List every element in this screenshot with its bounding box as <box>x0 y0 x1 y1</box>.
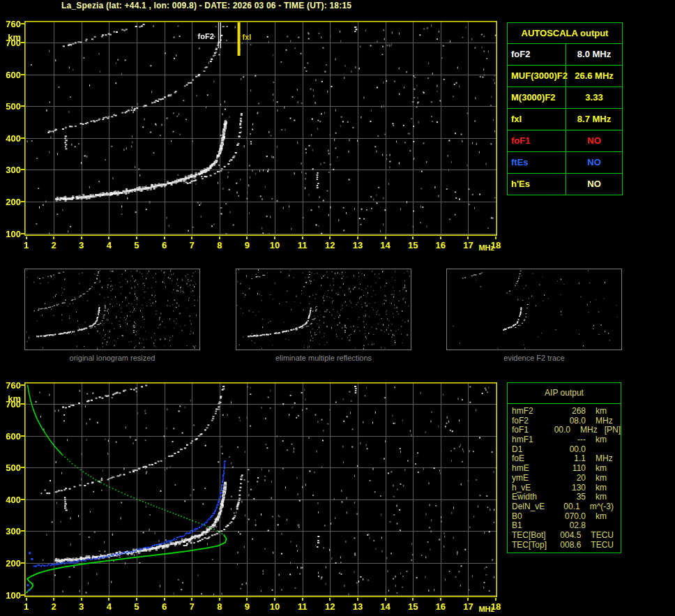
x-axis-unit-label: MHz <box>478 605 494 613</box>
x-tick-label: 6 <box>156 240 173 250</box>
aip-param: D1 <box>512 445 558 455</box>
autoscala-value: NO <box>566 152 622 173</box>
aip-value: --- <box>558 435 586 445</box>
aip-param: foE <box>512 454 558 464</box>
aip-note <box>607 407 614 416</box>
x-tick-label: 10 <box>266 601 283 612</box>
aip-row: hmF2268km <box>512 407 621 416</box>
x-tick-mark <box>81 598 82 601</box>
thumbnail-caption-evidence: evidence F2 trace <box>446 354 622 362</box>
autoscala-value: 8.7 MHz <box>566 109 622 130</box>
x-tick-mark <box>467 598 469 601</box>
aip-param: foF1 <box>512 426 548 435</box>
x-tick-mark <box>274 598 275 601</box>
x-tick-mark <box>164 236 165 239</box>
x-tick-label: 10 <box>266 240 283 250</box>
aip-row: B102.8 <box>512 521 621 531</box>
aip-unit: km <box>586 474 607 483</box>
x-tick-mark <box>219 236 220 239</box>
x-tick-mark <box>108 598 109 601</box>
x-tick-label: 5 <box>128 240 145 250</box>
x-tick-label: 7 <box>183 240 200 250</box>
x-tick-label: 14 <box>377 240 394 250</box>
aip-note <box>607 483 614 493</box>
y-tick-label: 500 <box>1 463 21 473</box>
x-tick-mark <box>329 236 331 239</box>
x-tick-label: 16 <box>432 240 449 250</box>
aip-param: hmF1 <box>512 435 558 445</box>
y-tick-mark <box>21 562 24 564</box>
aip-note <box>614 502 621 512</box>
aip-param: foF2 <box>512 416 558 426</box>
autoscala-header: AUTOSCALA output <box>508 23 622 44</box>
aip-unit: km <box>586 435 607 445</box>
x-tick-mark <box>81 236 82 239</box>
aip-param: Ewidth <box>512 493 558 502</box>
x-tick-mark <box>302 598 303 601</box>
thumbnail-caption-eliminate: eliminate multiple reflections <box>236 354 411 362</box>
y-tick-mark <box>21 403 24 405</box>
autoscala-row-ftes: ftEs NO <box>508 152 622 174</box>
y-tick-label: 200 <box>1 197 21 207</box>
aip-value: 008.6 <box>555 541 581 550</box>
aip-value: 070.0 <box>558 512 586 522</box>
aip-value: 00.1 <box>554 502 580 512</box>
aip-value: 02.8 <box>558 521 586 531</box>
aip-value: 00.0 <box>548 426 570 435</box>
aip-param: TEC[Top] <box>512 541 555 550</box>
x-tick-label: 13 <box>349 601 366 612</box>
x-tick-mark <box>440 236 441 239</box>
aip-param: TEC[Bot] <box>512 531 555 541</box>
aip-note <box>596 521 602 531</box>
aip-param: DelN_vE <box>512 502 554 512</box>
autoscala-row-m3000f2: M(3000)F2 3.33 <box>508 87 622 109</box>
x-tick-label: 9 <box>238 601 255 612</box>
aip-row: hmF1---km <box>512 435 621 445</box>
x-tick-label: 16 <box>432 601 449 612</box>
x-tick-mark <box>136 598 137 601</box>
autoscala-output-panel: AUTOSCALA output foF2 8.0 MHz MUF(3000)F… <box>507 22 623 195</box>
x-tick-mark <box>440 598 441 601</box>
aip-row: B0070.0km <box>512 512 621 522</box>
aip-unit: km <box>586 512 607 522</box>
aip-row: Ewidth35km <box>512 493 621 502</box>
x-tick-mark <box>357 598 358 601</box>
y-tick-mark <box>21 384 24 386</box>
autoscala-value: 26.6 MHz <box>566 66 622 87</box>
x-tick-label: 11 <box>294 240 311 250</box>
aip-param: B1 <box>512 521 558 531</box>
y-tick-label: 600 <box>1 431 21 442</box>
aip-row: foE1.1MHz <box>512 454 621 464</box>
x-tick-label: 2 <box>45 240 62 250</box>
aip-row: TEC[Bot]004.5TECU <box>512 531 621 541</box>
aip-param: B0 <box>512 512 558 522</box>
x-tick-mark <box>26 598 27 601</box>
aip-row: hmE110km <box>512 464 621 474</box>
x-tick-mark <box>495 598 496 601</box>
thumbnail-evidence-f2-trace <box>446 269 622 350</box>
aip-unit <box>586 445 596 455</box>
x-tick-mark <box>246 236 248 239</box>
x-tick-label: 15 <box>404 240 421 250</box>
aip-value: 1.1 <box>558 454 586 464</box>
x-tick-mark <box>26 236 27 239</box>
aip-note <box>614 541 621 550</box>
aip-note <box>613 416 620 426</box>
aip-row: ymE20km <box>512 474 621 483</box>
aip-unit: TECU <box>581 541 614 550</box>
aip-unit: MHz <box>586 416 613 426</box>
y-tick-mark <box>21 23 24 24</box>
aip-note <box>613 454 620 464</box>
x-tick-label: 14 <box>377 601 394 612</box>
aip-row: h_vE130km <box>512 483 621 493</box>
autoscala-row-fof1: foF1 NO <box>508 130 622 152</box>
aip-note <box>607 512 614 522</box>
x-tick-mark <box>191 598 192 601</box>
aip-note <box>596 445 602 455</box>
x-tick-mark <box>53 598 54 601</box>
y-tick-mark <box>21 435 24 437</box>
aip-value: 004.5 <box>555 531 581 541</box>
aip-unit: km <box>586 483 607 493</box>
x-tick-mark <box>385 236 386 239</box>
x-tick-label: 8 <box>211 240 228 250</box>
